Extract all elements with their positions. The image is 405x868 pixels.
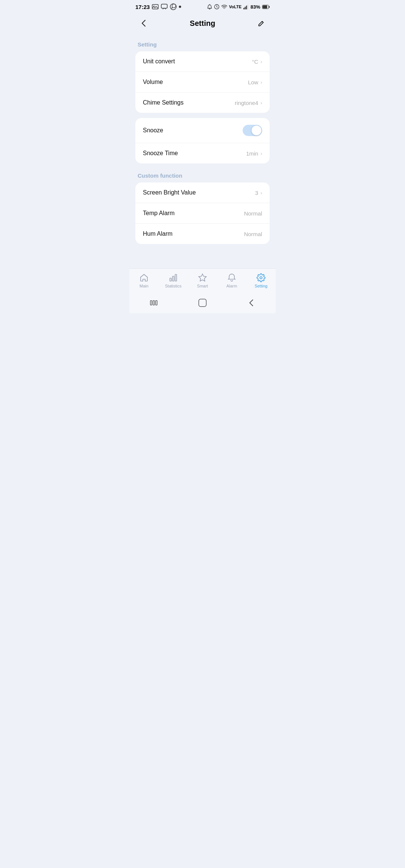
toggle-knob — [252, 126, 261, 135]
status-right: VoLTE 83% — [207, 4, 270, 10]
snooze-toggle[interactable] — [243, 125, 262, 136]
unit-convert-value: °C › — [252, 58, 262, 65]
hum-alarm-item[interactable]: Hum Alarm Normal — [135, 224, 270, 244]
hum-alarm-label: Hum Alarm — [143, 230, 172, 237]
header: Setting — [129, 13, 276, 34]
custom-card: Screen Bright Value 3 › Temp Alarm Norma… — [135, 183, 270, 244]
screen-bright-label: Screen Bright Value — [143, 189, 196, 196]
status-time: 17:23 — [135, 4, 150, 10]
nav-setting-label: Setting — [255, 284, 267, 288]
svg-rect-8 — [247, 4, 248, 9]
bottom-nav: Main Statistics Smart Alarm Setting — [129, 268, 276, 292]
svg-point-1 — [153, 6, 154, 7]
signal-bars-icon — [243, 4, 249, 9]
svg-rect-16 — [150, 301, 152, 305]
volume-value: Low › — [248, 79, 262, 85]
status-bar: 17:23 VoLTE — [129, 0, 276, 13]
bell-icon — [227, 273, 236, 282]
snooze-time-item[interactable]: Snooze Time 1min › — [135, 143, 270, 163]
statistics-icon — [169, 273, 178, 282]
wifi-icon — [221, 4, 227, 9]
status-left: 17:23 — [135, 3, 181, 10]
battery-percent: 83% — [250, 4, 260, 10]
svg-rect-14 — [175, 274, 177, 281]
section-label-setting: Setting — [135, 37, 270, 51]
nav-setting[interactable]: Setting — [246, 273, 276, 288]
chime-settings-item[interactable]: Chime Settings ringtone4 › — [135, 93, 270, 113]
home-circle-icon — [198, 299, 207, 307]
svg-rect-5 — [243, 8, 244, 9]
page-title: Setting — [190, 19, 215, 28]
nav-statistics-label: Statistics — [165, 284, 182, 288]
svg-rect-18 — [156, 301, 157, 305]
svg-rect-2 — [161, 4, 167, 8]
svg-rect-6 — [244, 7, 246, 9]
chevron-icon: › — [261, 79, 262, 85]
temp-alarm-item[interactable]: Temp Alarm Normal — [135, 203, 270, 224]
chime-settings-value: ringtone4 › — [235, 100, 262, 106]
dot-indicator — [179, 6, 181, 8]
clock-icon — [214, 4, 219, 9]
unit-convert-item[interactable]: Unit convert °C › — [135, 51, 270, 72]
snooze-card: Snooze Snooze Time 1min › — [135, 118, 270, 163]
svg-rect-19 — [199, 299, 206, 307]
nav-alarm[interactable]: Alarm — [217, 273, 246, 288]
volume-label: Volume — [143, 79, 163, 85]
volume-item[interactable]: Volume Low › — [135, 72, 270, 93]
chevron-icon: › — [261, 100, 262, 106]
recent-icon — [150, 300, 158, 305]
svg-rect-12 — [170, 278, 171, 281]
gallery-icon — [152, 4, 159, 9]
nav-main-label: Main — [140, 284, 148, 288]
nav-alarm-label: Alarm — [226, 284, 237, 288]
alarm-bell-icon — [207, 4, 212, 10]
recent-apps-button[interactable] — [144, 297, 163, 308]
svg-rect-0 — [152, 4, 158, 9]
star-icon — [198, 273, 207, 282]
svg-rect-10 — [269, 6, 270, 8]
snooze-item[interactable]: Snooze — [135, 118, 270, 143]
svg-rect-11 — [263, 5, 267, 8]
screen-bright-value: 3 › — [255, 190, 262, 196]
svg-rect-7 — [246, 6, 247, 9]
screen-bright-item[interactable]: Screen Bright Value 3 › — [135, 183, 270, 203]
snooze-time-label: Snooze Time — [143, 150, 178, 157]
hum-alarm-value: Normal — [244, 231, 262, 237]
nav-smart-label: Smart — [197, 284, 208, 288]
svg-rect-13 — [172, 276, 174, 281]
svg-point-15 — [260, 277, 262, 279]
whatsapp-icon — [170, 3, 177, 10]
svg-rect-17 — [153, 301, 154, 305]
chevron-icon: › — [261, 151, 262, 156]
nav-main[interactable]: Main — [129, 273, 159, 288]
home-icon — [140, 273, 148, 282]
unit-convert-label: Unit convert — [143, 58, 175, 65]
snooze-label: Snooze — [143, 127, 163, 134]
back-nav-button[interactable] — [242, 297, 261, 308]
gear-icon — [256, 273, 266, 282]
temp-alarm-value: Normal — [244, 210, 262, 217]
signal-label: VoLTE — [229, 4, 242, 9]
back-button[interactable] — [137, 16, 150, 30]
nav-smart[interactable]: Smart — [188, 273, 217, 288]
nav-statistics[interactable]: Statistics — [159, 273, 188, 288]
message-icon — [161, 4, 168, 10]
temp-alarm-label: Temp Alarm — [143, 210, 174, 217]
system-nav — [129, 292, 276, 313]
setting-card: Unit convert °C › Volume Low › Chime Set… — [135, 51, 270, 113]
chevron-icon: › — [261, 59, 262, 64]
content-area: Setting Unit convert °C › Volume Low › C… — [129, 34, 276, 292]
home-button[interactable] — [193, 297, 212, 308]
section-label-custom: Custom function — [135, 169, 270, 183]
back-nav-icon — [249, 299, 254, 306]
chevron-icon: › — [261, 190, 262, 196]
edit-button[interactable] — [255, 16, 268, 30]
snooze-time-value: 1min › — [246, 150, 262, 157]
battery-icon — [262, 5, 270, 9]
chime-settings-label: Chime Settings — [143, 99, 184, 106]
